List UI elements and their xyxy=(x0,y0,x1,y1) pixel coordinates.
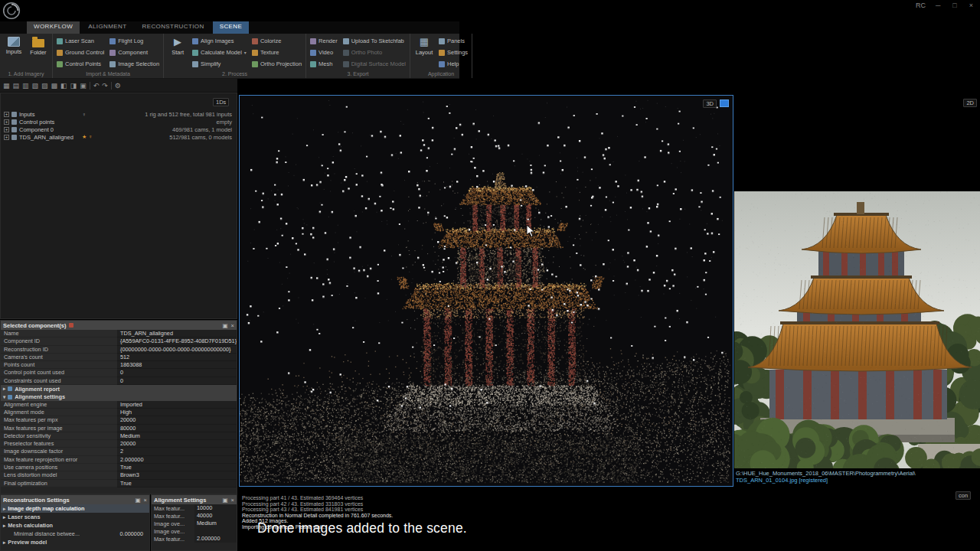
property-row[interactable]: Alignment mode High xyxy=(1,409,237,416)
expand-icon[interactable]: + xyxy=(4,112,9,117)
maximize-icon[interactable]: □ xyxy=(950,2,959,9)
simplify-button[interactable]: Simplify xyxy=(191,58,248,70)
property-row[interactable]: Alignment engine Imported xyxy=(1,401,237,409)
layout-preset-icon[interactable]: ▣ xyxy=(80,81,87,90)
settings-row[interactable]: Max featur... 2.000000 xyxy=(152,535,237,543)
upload-sketchfab-button[interactable]: Upload To Sketchfab xyxy=(341,35,407,47)
property-label: Camera's count xyxy=(1,354,117,361)
flight-log-button[interactable]: Flight Log xyxy=(108,35,161,47)
layout-button[interactable]: ▦ Layout xyxy=(413,35,436,56)
layout-preset-icon[interactable]: ◧ xyxy=(60,81,67,90)
expand-icon[interactable]: + xyxy=(4,127,9,132)
console-tab[interactable]: con xyxy=(956,491,971,500)
property-row[interactable]: Component ID {A559AFC0-0131-4FFE-8952-40… xyxy=(1,337,237,345)
ground-control-button[interactable]: Ground Control xyxy=(55,47,106,58)
property-row[interactable]: Name TDS_ARN_allaligned xyxy=(1,330,237,337)
tree-item[interactable]: + Component 0 469/981 cams, 1 model xyxy=(1,126,237,133)
align-images-button[interactable]: Align Images xyxy=(191,35,248,47)
property-row[interactable]: Image downscale factor 2 xyxy=(1,448,237,455)
pointcloud-canvas[interactable] xyxy=(240,96,733,486)
view-lock-toggle[interactable] xyxy=(720,99,729,107)
property-row[interactable]: Detector sensitivity Medium xyxy=(1,432,237,440)
render-button[interactable]: Render xyxy=(309,35,339,47)
settings-row[interactable]: Minimal distance betwee... 0.000000 xyxy=(1,530,149,538)
settings-button[interactable]: Settings xyxy=(437,47,469,58)
property-row[interactable]: Reconstruction ID {00000000-0000-0000-00… xyxy=(1,346,237,354)
layout-preset-icon[interactable]: ▥ xyxy=(22,81,29,90)
minimize-icon[interactable]: ─ xyxy=(933,2,942,9)
settings-row[interactable]: ▸ Laser scans xyxy=(1,513,149,521)
property-row[interactable]: Max features per image 80000 xyxy=(1,425,237,432)
mesh-button[interactable]: Mesh xyxy=(309,58,339,70)
colorize-button[interactable]: Colorize xyxy=(250,35,303,47)
tab-reconstruction[interactable]: RECONSTRUCTION xyxy=(135,21,211,34)
settings-row[interactable]: Max featur... 40000 xyxy=(152,512,237,520)
expand-icon[interactable]: + xyxy=(4,119,9,125)
control-points-button[interactable]: Control Points xyxy=(55,58,106,70)
image-selection-button[interactable]: Image Selection xyxy=(108,58,161,70)
start-button[interactable]: ▶ Start xyxy=(166,35,189,56)
tab-alignment[interactable]: ALIGNMENT xyxy=(81,21,133,34)
settings-row[interactable]: Image ove... Medium xyxy=(152,520,237,527)
viewport-2d[interactable]: 2D G:\HUE_Hue_Monuments_2018_06\MASTER\P… xyxy=(734,95,980,487)
tab-scene[interactable]: SCENE xyxy=(213,21,250,34)
digital-surface-model-button[interactable]: Digital Surface Model xyxy=(341,58,407,70)
panel-pop-icon[interactable]: ▣ xyxy=(223,497,228,504)
ortho-photo-button[interactable]: Ortho Photo xyxy=(341,47,407,58)
ortho-projection-button[interactable]: Ortho Projection xyxy=(250,58,303,70)
tree-item[interactable]: + TDS_ARN_allaligned ★ ♀ 512/981 cams, 0… xyxy=(1,133,237,141)
inputs-button[interactable]: Inputs xyxy=(2,35,25,55)
undo-icon[interactable]: ↶ xyxy=(93,81,100,90)
tree-item[interactable]: + Control points empty xyxy=(1,118,237,126)
property-row[interactable]: Max features per mpx 20000 xyxy=(1,416,237,424)
texture-button[interactable]: Texture xyxy=(250,47,303,58)
settings-row[interactable]: ▸ Preview model xyxy=(1,538,149,546)
close-icon[interactable]: × xyxy=(967,2,975,9)
property-row[interactable]: Points count 1863088 xyxy=(1,361,237,369)
property-row[interactable]: Preselector features 20000 xyxy=(1,440,237,448)
panel-close-icon[interactable]: × xyxy=(144,497,147,504)
property-label: Name xyxy=(1,330,117,337)
tree-item-icon xyxy=(11,135,17,140)
view-3d-tab[interactable]: 3D xyxy=(703,99,717,108)
panel-pop-icon[interactable]: ▣ xyxy=(223,322,228,329)
gear-icon[interactable]: ⚙ xyxy=(115,81,121,90)
help-button[interactable]: Help xyxy=(437,58,469,70)
panel-pop-icon[interactable]: ▣ xyxy=(136,497,141,504)
folder-button[interactable]: Folder xyxy=(27,35,50,56)
settings-row[interactable]: ▸ Image depth map calculation xyxy=(1,504,149,513)
layout-preset-icon[interactable]: ▧ xyxy=(32,81,39,90)
calculate-model-button[interactable]: Calculate Model▾ xyxy=(191,47,248,58)
section-alignment-settings[interactable]: ▾ Alignment settings xyxy=(1,393,237,400)
redo-icon[interactable]: ↷ xyxy=(102,81,108,90)
viewport-3d[interactable]: 3D xyxy=(239,95,733,487)
inputs-view-tab[interactable]: 1Ds xyxy=(213,98,229,106)
settings-row[interactable]: Max featur... 10000 xyxy=(152,504,237,512)
layout-preset-icon[interactable]: ◨ xyxy=(70,81,77,90)
layout-preset-icon[interactable]: ▦ xyxy=(3,81,10,90)
expand-icon[interactable]: + xyxy=(4,135,9,140)
panel-close-icon[interactable]: × xyxy=(231,322,234,329)
photo-canvas[interactable] xyxy=(734,191,980,468)
property-row[interactable]: Control point count used 0 xyxy=(1,369,237,377)
panels-button[interactable]: Panels xyxy=(437,35,469,47)
tab-workflow[interactable]: WORKFLOW xyxy=(27,21,80,34)
property-row[interactable]: Max feature reprojection error 2.000000 xyxy=(1,456,237,464)
settings-row[interactable]: Image ove... xyxy=(152,527,237,535)
panel-close-icon[interactable]: × xyxy=(231,497,234,504)
view-2d-tab[interactable]: 2D xyxy=(963,99,977,107)
tree-item[interactable]: + Inputs ♀ 1 rig and 512 free, total 981… xyxy=(1,110,237,118)
video-button[interactable]: Video xyxy=(309,47,339,58)
property-row[interactable]: Camera's count 512 xyxy=(1,354,237,361)
layout-preset-icon[interactable]: ▩ xyxy=(51,81,58,90)
layout-preset-icon[interactable]: ▤ xyxy=(13,81,20,90)
settings-row[interactable]: ▸ Mesh calculation xyxy=(1,521,149,530)
property-row[interactable]: Use camera positions True xyxy=(1,464,237,471)
component-button[interactable]: Component xyxy=(108,47,161,58)
laser-scan-button[interactable]: Laser Scan xyxy=(55,35,106,47)
property-row[interactable]: Lens distortion model Brown3 xyxy=(1,471,237,479)
property-row[interactable]: Final optimization True xyxy=(1,480,237,487)
layout-preset-icon[interactable]: ▨ xyxy=(41,81,48,90)
property-row[interactable]: Constraints count used 0 xyxy=(1,377,237,385)
section-alignment-report[interactable]: ▸ Alignment report xyxy=(1,385,237,393)
